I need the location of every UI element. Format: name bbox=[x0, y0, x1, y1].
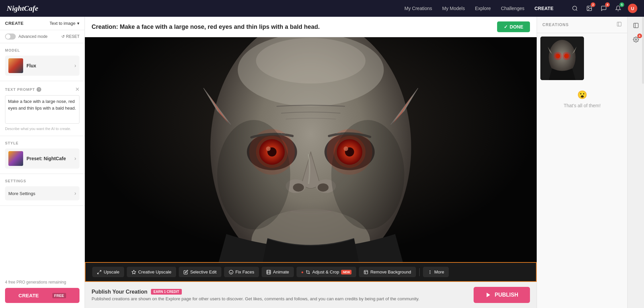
reset-button[interactable]: ↺ RESET bbox=[61, 34, 79, 39]
advanced-mode-label: Advanced mode bbox=[18, 34, 48, 39]
app-logo[interactable]: NightCafe bbox=[7, 4, 38, 13]
svg-rect-47 bbox=[617, 22, 621, 26]
settings-chevron-icon: › bbox=[74, 190, 76, 196]
prompt-section-title: TEXT PROMPT bbox=[5, 87, 35, 91]
earn-badge: EARN 1 CREDIT bbox=[151, 289, 182, 295]
advanced-toggle-wrap: Advanced mode bbox=[5, 34, 48, 40]
more-label: More bbox=[434, 269, 444, 274]
notification-bell-icon[interactable]: 5 bbox=[613, 4, 623, 13]
remove-bg-icon bbox=[364, 270, 368, 274]
nav-my-creations[interactable]: My Creations bbox=[405, 6, 432, 11]
right-sidebar: CREATIONS bbox=[537, 17, 627, 308]
style-section-title: STYLE bbox=[5, 141, 79, 145]
right-sidebar-content: 😮 That's all of them! bbox=[537, 33, 627, 308]
reset-icon: ↺ bbox=[61, 34, 65, 39]
model-card[interactable]: Flux › bbox=[5, 56, 79, 76]
nav-links: My Creations My Models Explore Challenge… bbox=[405, 6, 560, 11]
chevron-down-icon: ▾ bbox=[77, 21, 79, 26]
fix-faces-button[interactable]: Fix Faces bbox=[224, 267, 259, 277]
animate-button[interactable]: Animate bbox=[262, 267, 294, 277]
adjust-crop-icon bbox=[306, 270, 310, 274]
toolbar-divider bbox=[419, 268, 420, 276]
sidebar-footer: 4 free PRO generations remaining CREATE … bbox=[0, 275, 85, 308]
mode-select[interactable]: Text to image ▾ bbox=[50, 21, 79, 26]
publish-title: Publish Your Creation bbox=[92, 289, 148, 295]
user-avatar[interactable]: U bbox=[628, 4, 637, 13]
svg-point-35 bbox=[229, 270, 233, 274]
all-done-emoji: 😮 bbox=[577, 90, 587, 100]
prompt-clear-icon[interactable]: ✕ bbox=[75, 86, 79, 93]
gallery-badge: 2 bbox=[591, 2, 595, 7]
mode-label: Text to image bbox=[50, 21, 75, 26]
nav-my-models[interactable]: My Models bbox=[442, 6, 465, 11]
more-settings-card[interactable]: More Settings › bbox=[5, 186, 79, 200]
model-section: MODEL Flux › bbox=[0, 43, 85, 81]
svg-point-55 bbox=[564, 54, 569, 58]
create-free-button[interactable]: CREATE FREE bbox=[5, 288, 79, 303]
svg-point-28 bbox=[318, 183, 329, 191]
publish-description: Published creations are shown on the Exp… bbox=[92, 296, 419, 301]
publish-btn-label: PUBLISH bbox=[495, 292, 518, 298]
creation-title: Creation: Make a face with a large nose,… bbox=[92, 23, 320, 30]
image-toolbar: Upscale Creative Upscale Selective Edit bbox=[85, 262, 537, 282]
publish-section: Publish Your Creation EARN 1 CREDIT Publ… bbox=[85, 282, 537, 308]
svg-point-3 bbox=[588, 7, 589, 8]
publish-button[interactable]: PUBLISH bbox=[474, 287, 530, 303]
face-svg bbox=[85, 37, 537, 262]
svg-marker-46 bbox=[487, 293, 490, 297]
far-right-strip: 4 bbox=[627, 17, 644, 308]
center-content: Creation: Make a face with a large nose,… bbox=[85, 17, 537, 308]
chat-icon[interactable]: 4 bbox=[599, 4, 608, 13]
upscale-button[interactable]: Upscale bbox=[92, 267, 124, 277]
main-layout: CREATE Text to image ▾ Advanced mode ↺ R… bbox=[0, 17, 644, 308]
style-card[interactable]: Preset: NightCafe › bbox=[5, 148, 79, 169]
adjust-crop-label: Adjust & Crop bbox=[312, 269, 339, 274]
advanced-mode-bar: Advanced mode ↺ RESET bbox=[0, 30, 85, 43]
right-sidebar-header: CREATIONS bbox=[537, 17, 627, 33]
model-thumbnail bbox=[8, 58, 23, 73]
creation-thumbnail-card[interactable] bbox=[540, 37, 584, 80]
creative-upscale-button[interactable]: Creative Upscale bbox=[127, 267, 176, 277]
svg-point-45 bbox=[430, 273, 430, 273]
prompt-help-icon[interactable]: ? bbox=[37, 87, 41, 92]
model-name: Flux bbox=[26, 63, 71, 68]
ai-generated-image bbox=[85, 37, 537, 262]
text-prompt-section: TEXT PROMPT ? ✕ Make a face with a large… bbox=[0, 81, 85, 136]
svg-rect-42 bbox=[364, 270, 368, 274]
creative-upscale-icon bbox=[131, 270, 136, 274]
adjust-crop-dot-icon: ● bbox=[301, 270, 304, 274]
settings-badge: 4 bbox=[637, 34, 642, 38]
gallery-icon[interactable]: 2 bbox=[585, 4, 594, 13]
more-settings-label: More Settings bbox=[8, 191, 35, 196]
all-done-text: That's all of them! bbox=[564, 103, 600, 108]
selective-edit-button[interactable]: Selective Edit bbox=[179, 267, 221, 277]
free-gen-text: 4 free PRO generations remaining bbox=[5, 280, 79, 285]
adjust-crop-button[interactable]: ● Adjust & Crop NEW bbox=[297, 267, 356, 277]
selective-edit-icon bbox=[183, 270, 188, 274]
settings-gear-icon[interactable]: 4 bbox=[631, 34, 641, 45]
search-icon[interactable] bbox=[570, 4, 580, 13]
toggle-knob bbox=[6, 34, 10, 39]
prompt-header: TEXT PROMPT ? ✕ bbox=[5, 86, 79, 93]
sidebar-expand-icon[interactable] bbox=[616, 21, 622, 28]
nav-challenges[interactable]: Challenges bbox=[501, 6, 524, 11]
fix-faces-icon bbox=[229, 270, 233, 274]
svg-marker-34 bbox=[132, 270, 136, 274]
more-button[interactable]: More bbox=[423, 267, 449, 277]
chat-badge: 4 bbox=[605, 2, 610, 7]
panel-icon[interactable] bbox=[631, 20, 641, 31]
remove-bg-button[interactable]: Remove Background bbox=[359, 267, 416, 277]
svg-point-44 bbox=[430, 272, 430, 272]
done-button[interactable]: ✓ DONE bbox=[497, 21, 530, 32]
fix-faces-label: Fix Faces bbox=[235, 269, 254, 274]
model-section-title: MODEL bbox=[5, 48, 79, 52]
svg-point-57 bbox=[635, 39, 637, 41]
topnav-create-button[interactable]: CREATE bbox=[534, 6, 553, 11]
advanced-mode-toggle[interactable] bbox=[5, 34, 16, 40]
style-thumbnail bbox=[8, 151, 23, 166]
nav-explore[interactable]: Explore bbox=[475, 6, 491, 11]
create-label: CREATE bbox=[5, 21, 23, 26]
svg-point-0 bbox=[573, 6, 577, 10]
left-sidebar: CREATE Text to image ▾ Advanced mode ↺ R… bbox=[0, 17, 85, 308]
prompt-textarea[interactable]: Make a face with a large nose, red eyes … bbox=[5, 95, 79, 124]
